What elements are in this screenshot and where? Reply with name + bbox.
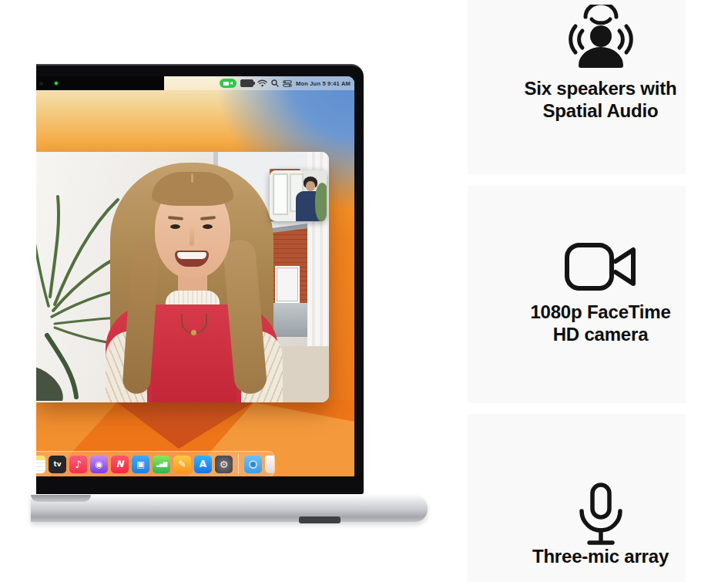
- dock-icon-numbers[interactable]: [153, 456, 170, 473]
- video-camera-icon: [562, 240, 639, 294]
- dock-icon-keynote[interactable]: [132, 456, 149, 473]
- feature-heading-line2: HD camera: [491, 323, 710, 345]
- feature-heading-line1: 1080p FaceTime: [491, 301, 710, 323]
- dock-icon-notes[interactable]: [36, 456, 45, 473]
- woman-hairline: [152, 172, 233, 206]
- facetime-camera-pill-icon[interactable]: [220, 79, 237, 88]
- feature-heading-line1: Three-mic array: [491, 545, 710, 567]
- dock-icon-pages[interactable]: [173, 456, 191, 473]
- eye-right: [203, 224, 213, 229]
- dock-icon-music[interactable]: [69, 456, 87, 473]
- spatial-audio-icon: [564, 5, 638, 72]
- nose: [190, 227, 194, 246]
- dock-icon-appstore[interactable]: [194, 456, 212, 473]
- feature-card-mic: Three-mic array: [468, 414, 686, 582]
- feature-heading-camera: 1080p FaceTime HD camera: [491, 301, 710, 345]
- dock: [36, 451, 275, 476]
- dock-icon-settings[interactable]: [215, 456, 233, 473]
- menu-bar-clock[interactable]: Mon Jun 5 9:41 AM: [296, 80, 351, 87]
- eye-left: [170, 224, 180, 229]
- battery-icon[interactable]: [240, 79, 253, 87]
- dock-icon-podcasts[interactable]: [90, 456, 108, 473]
- feature-heading-mic: Three-mic array: [491, 545, 710, 567]
- feature-heading-line1: Six speakers with: [491, 77, 710, 99]
- wifi-icon[interactable]: [257, 79, 267, 87]
- dock-icon-appletv[interactable]: [49, 456, 66, 473]
- facetime-pip-thumbnail[interactable]: [270, 170, 327, 221]
- macbook-screen: Mon Jun 5 9:41 AM: [36, 76, 354, 476]
- dock-icon-downloads[interactable]: [244, 456, 262, 473]
- lid-scoop-notch: [31, 495, 91, 502]
- pip-plant: [315, 183, 327, 221]
- rubber-foot: [299, 516, 341, 523]
- pip-man-face: [306, 181, 315, 191]
- webcam-lens: [39, 82, 43, 86]
- dock-divider: [238, 454, 239, 474]
- marketing-page: Mon Jun 5 9:41 AM: [0, 0, 728, 582]
- dock-icon-news[interactable]: [111, 456, 129, 473]
- microphone-icon: [570, 482, 632, 550]
- spotlight-icon[interactable]: [271, 79, 279, 87]
- facetime-window[interactable]: [36, 152, 329, 402]
- dock-icon-trash[interactable]: [265, 456, 275, 473]
- control-center-icon[interactable]: [283, 80, 292, 87]
- building-window-right: [275, 266, 300, 303]
- feature-card-camera: 1080p FaceTime HD camera: [468, 186, 686, 403]
- menu-bar: Mon Jun 5 9:41 AM: [36, 76, 354, 90]
- feature-heading-line2: Spatial Audio: [491, 99, 710, 122]
- display-notch: [36, 76, 164, 90]
- camera-active-indicator: [55, 82, 58, 85]
- feature-heading-speakers: Six speakers with Spatial Audio: [491, 77, 710, 122]
- pip-window-left: [273, 173, 288, 215]
- macbook-base: [31, 494, 428, 522]
- feature-card-speakers: Six speakers with Spatial Audio: [468, 0, 686, 174]
- menu-bar-status-cluster: Mon Jun 5 9:41 AM: [220, 79, 351, 88]
- smiling-mouth: [175, 251, 209, 267]
